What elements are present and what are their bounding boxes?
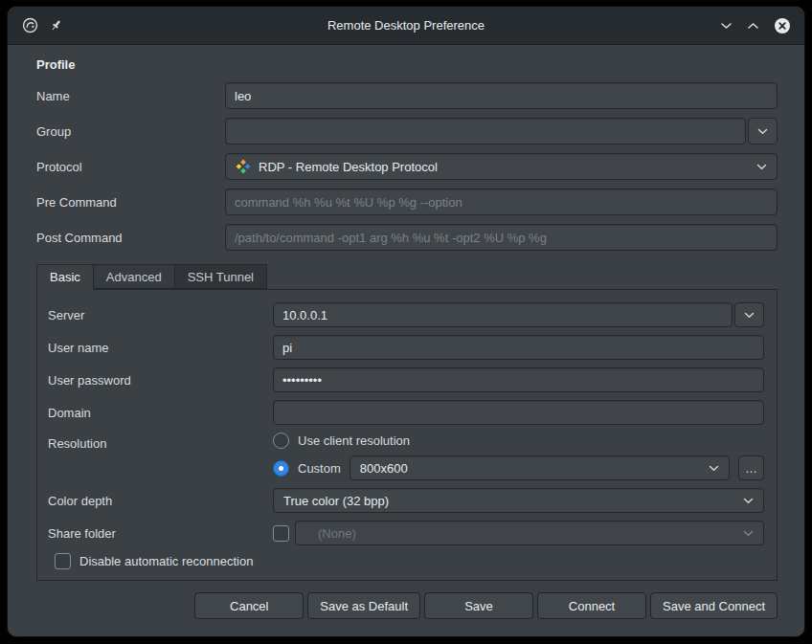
remote-desktop-preference-window: Remote Desktop Preference Profile <box>7 6 805 637</box>
disable-reconnect-label: Disable automatic reconnection <box>79 554 253 568</box>
share-folder-select: (None) <box>295 521 764 545</box>
group-label: Group <box>36 124 225 139</box>
color-depth-label: Color depth <box>48 494 273 508</box>
share-folder-row: Share folder (None) <box>48 521 764 545</box>
chevron-down-icon <box>743 530 754 537</box>
save-as-default-button[interactable]: Save as Default <box>307 592 420 619</box>
color-depth-select[interactable]: True color (32 bpp) <box>273 488 764 513</box>
cancel-button[interactable]: Cancel <box>194 592 304 619</box>
color-depth-value: True color (32 bpp) <box>283 494 389 508</box>
custom-resolution-radio[interactable] <box>273 460 289 477</box>
domain-label: Domain <box>48 406 273 420</box>
user-password-input[interactable] <box>273 367 764 392</box>
connect-button[interactable]: Connect <box>537 592 646 619</box>
disable-reconnect-row: Disable automatic reconnection <box>55 553 764 569</box>
custom-resolution-select[interactable]: 800x600 <box>350 455 730 480</box>
custom-resolution-option-label: Custom <box>298 461 341 476</box>
server-row: Server <box>48 302 764 327</box>
name-label: Name <box>36 89 225 103</box>
chevron-down-icon <box>757 128 768 135</box>
window-title: Remote Desktop Preference <box>8 18 804 33</box>
chevron-down-button[interactable] <box>720 22 733 30</box>
user-name-label: User name <box>48 341 273 355</box>
app-icon <box>22 17 38 33</box>
client-resolution-option: Use client resolution <box>273 433 764 449</box>
user-password-row: User password <box>48 367 764 392</box>
protocol-select[interactable]: RDP - Remote Desktop Protocol <box>225 153 778 180</box>
post-command-label: Post Command <box>36 231 225 245</box>
profile-section-label: Profile <box>36 57 778 72</box>
group-input[interactable] <box>225 118 746 144</box>
pre-command-row: Pre Command <box>36 189 778 215</box>
user-name-input[interactable] <box>273 335 764 360</box>
resolution-more-button[interactable]: … <box>738 455 764 480</box>
footer-buttons: Cancel Save as Default Save Connect Save… <box>36 592 778 619</box>
custom-resolution-option: Custom 800x600 … <box>273 455 764 480</box>
server-label: Server <box>48 308 273 322</box>
save-button[interactable]: Save <box>424 592 533 619</box>
name-input[interactable] <box>225 82 778 109</box>
close-icon <box>774 17 791 34</box>
disable-reconnect-checkbox[interactable] <box>55 553 71 569</box>
domain-row: Domain <box>48 400 764 425</box>
chevron-down-icon <box>743 498 754 504</box>
tab-ssh-tunnel[interactable]: SSH Tunnel <box>174 264 267 289</box>
chevron-down-icon <box>744 312 755 319</box>
custom-resolution-value: 800x600 <box>360 461 408 476</box>
post-command-input[interactable] <box>225 224 778 251</box>
post-command-row: Post Command <box>36 224 778 251</box>
tab-basic[interactable]: Basic <box>36 264 94 290</box>
share-folder-checkbox[interactable] <box>273 525 289 542</box>
server-input[interactable] <box>273 302 733 327</box>
name-row: Name <box>36 82 778 109</box>
domain-input[interactable] <box>273 400 764 425</box>
user-name-row: User name <box>48 335 764 360</box>
titlebar-controls <box>720 17 804 34</box>
pre-command-input[interactable] <box>225 189 778 215</box>
chevron-down-icon <box>720 22 733 30</box>
chevron-up-button[interactable] <box>747 22 759 30</box>
close-button[interactable] <box>774 17 791 34</box>
chevron-down-icon <box>709 465 719 472</box>
resolution-label: Resolution <box>48 433 273 451</box>
client-resolution-radio[interactable] <box>273 433 289 449</box>
save-and-connect-button[interactable]: Save and Connect <box>650 592 778 619</box>
tab-advanced[interactable]: Advanced <box>93 264 175 289</box>
basic-tab-panel: Server User name User password <box>36 289 778 581</box>
chevron-down-icon <box>756 164 767 170</box>
titlebar-left-icons <box>8 17 63 33</box>
resolution-row: Resolution Use client resolution Custom … <box>48 433 764 480</box>
pre-command-label: Pre Command <box>36 195 225 210</box>
protocol-value: RDP - Remote Desktop Protocol <box>259 160 438 174</box>
protocol-label: Protocol <box>36 160 225 174</box>
tab-bar: Basic Advanced SSH Tunnel <box>36 264 778 289</box>
server-dropdown-button[interactable] <box>734 302 764 327</box>
titlebar: Remote Desktop Preference <box>8 7 804 45</box>
share-folder-value: (None) <box>305 526 356 541</box>
chevron-up-icon <box>747 22 759 30</box>
pin-icon[interactable] <box>49 18 63 33</box>
share-folder-label: Share folder <box>48 526 273 541</box>
dialog-content: Profile Name Group Protocol <box>8 45 804 619</box>
color-depth-row: Color depth True color (32 bpp) <box>48 488 764 513</box>
client-resolution-option-label: Use client resolution <box>298 433 410 448</box>
rdp-protocol-icon <box>236 159 251 174</box>
user-password-label: User password <box>48 373 273 388</box>
protocol-row: Protocol RDP - Remote Desktop Protocol <box>36 153 778 180</box>
group-dropdown-button[interactable] <box>748 118 778 144</box>
group-row: Group <box>36 118 778 144</box>
